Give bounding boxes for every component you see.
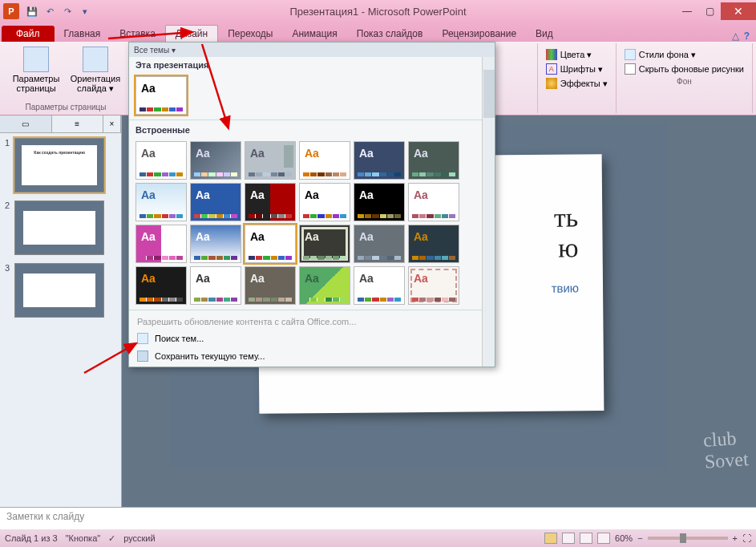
theme-item[interactable]: Aa bbox=[135, 141, 187, 180]
tab-review[interactable]: Рецензирование bbox=[432, 26, 526, 42]
theme-item[interactable]: Aa bbox=[299, 141, 350, 180]
browse-icon bbox=[137, 333, 148, 344]
group-label-background: Фон bbox=[677, 75, 692, 86]
fonts-button[interactable]: AШрифты ▾ bbox=[543, 63, 611, 75]
theme-item[interactable]: Aa bbox=[245, 141, 296, 180]
theme-current[interactable]: Aa bbox=[135, 76, 187, 115]
app-icon: P bbox=[3, 3, 19, 19]
colors-icon bbox=[546, 49, 557, 60]
dropdown-header[interactable]: Все темы ▾ bbox=[129, 43, 495, 57]
theme-item[interactable]: Aa bbox=[190, 183, 241, 221]
effects-icon bbox=[546, 78, 557, 89]
slide-thumb-3[interactable]: 3 bbox=[5, 263, 116, 318]
save-button[interactable]: 💾 bbox=[24, 3, 40, 19]
reading-view-button[interactable] bbox=[580, 533, 592, 544]
theme-item[interactable]: Aa bbox=[299, 225, 350, 263]
browse-themes-item[interactable]: Поиск тем... bbox=[129, 330, 495, 347]
themes-grid: Aa Aa Aa Aa Aa Aa Aa Aa Aa Aa Aa Aa Aa A… bbox=[129, 138, 495, 308]
tab-home[interactable]: Главная bbox=[55, 26, 111, 42]
theme-item[interactable]: Aa bbox=[245, 266, 296, 305]
notes-pane[interactable]: Заметки к слайду bbox=[0, 507, 756, 529]
colors-button[interactable]: Цвета ▾ bbox=[543, 48, 611, 61]
help-icon[interactable]: ? bbox=[744, 30, 750, 42]
tab-slideshow[interactable]: Показ слайдов bbox=[347, 26, 433, 42]
title-bar: P 💾 ↶ ↷ ▾ Презентация1 - Microsoft Power… bbox=[0, 0, 756, 22]
theme-item[interactable]: Aa bbox=[408, 266, 459, 305]
zoom-in-button[interactable]: + bbox=[733, 533, 738, 543]
section-builtin: Встроенные bbox=[129, 122, 495, 138]
section-this-presentation: Эта презентация bbox=[129, 57, 495, 73]
background-styles-button[interactable]: Стили фона ▾ bbox=[621, 48, 747, 61]
tab-transitions[interactable]: Переходы bbox=[218, 26, 282, 42]
zoom-slider[interactable] bbox=[648, 537, 728, 540]
theme-item[interactable]: Aa bbox=[299, 183, 350, 221]
slide-orientation-button[interactable]: Ориентация слайда ▾ bbox=[67, 45, 123, 95]
outline-tab[interactable]: ≡ bbox=[52, 115, 104, 132]
theme-item[interactable]: Aa bbox=[299, 266, 350, 305]
qat-customize-button[interactable]: ▾ bbox=[77, 3, 93, 19]
theme-item[interactable]: Aa bbox=[354, 225, 405, 263]
theme-item[interactable]: Aa bbox=[408, 183, 459, 221]
zoom-level[interactable]: 60% bbox=[615, 533, 633, 543]
ribbon-tabs: Файл Главная Вставка Дизайн Переходы Ани… bbox=[0, 22, 756, 42]
save-theme-item[interactable]: Сохранить текущую тему... bbox=[129, 347, 495, 365]
normal-view-button[interactable] bbox=[544, 533, 557, 544]
checkbox-icon bbox=[625, 63, 636, 75]
undo-button[interactable]: ↶ bbox=[42, 3, 58, 19]
effects-button[interactable]: Эффекты ▾ bbox=[543, 77, 611, 90]
tab-animation[interactable]: Анимация bbox=[282, 26, 346, 42]
theme-item[interactable]: Aa bbox=[408, 141, 459, 180]
maximize-button[interactable]: ▢ bbox=[698, 2, 721, 20]
office-update-item: Разрешить обновление контента с сайта Of… bbox=[129, 314, 495, 330]
slide-thumb-2[interactable]: 2 bbox=[5, 201, 116, 255]
page-setup-button[interactable]: Параметры страницы bbox=[8, 45, 64, 95]
theme-item[interactable]: Aa bbox=[190, 141, 241, 180]
theme-item[interactable]: Aa bbox=[245, 183, 296, 221]
theme-item[interactable]: Aa bbox=[135, 183, 187, 221]
window-controls: — ▢ ✕ bbox=[676, 2, 756, 20]
slides-tab[interactable]: ▭ bbox=[0, 115, 52, 132]
theme-item[interactable]: Aa bbox=[354, 266, 405, 305]
hide-background-checkbox[interactable]: Скрыть фоновые рисунки bbox=[621, 63, 747, 75]
file-tab[interactable]: Файл bbox=[2, 26, 55, 42]
quick-access-toolbar: 💾 ↶ ↷ ▾ bbox=[24, 3, 93, 19]
theme-item[interactable]: Aa bbox=[354, 183, 405, 221]
close-button[interactable]: ✕ bbox=[721, 2, 756, 20]
page-setup-icon bbox=[23, 47, 49, 72]
themes-gallery-dropdown: Все темы ▾ Эта презентация Aa Встроенные… bbox=[128, 42, 495, 367]
sorter-view-button[interactable] bbox=[562, 533, 575, 544]
theme-status: "Кнопка" bbox=[66, 533, 101, 543]
minimize-ribbon-icon[interactable]: △ bbox=[732, 30, 739, 42]
theme-item[interactable]: Aa bbox=[354, 141, 405, 180]
fit-to-window-button[interactable]: ⛶ bbox=[742, 533, 751, 543]
thumbnails: 1 Как создать презентацию 2 3 bbox=[0, 133, 121, 330]
close-panel-button[interactable]: × bbox=[103, 115, 121, 132]
redo-button[interactable]: ↷ bbox=[59, 3, 75, 19]
language-status[interactable]: русский bbox=[123, 533, 155, 543]
theme-item-selected[interactable]: Aa bbox=[245, 225, 296, 263]
theme-item[interactable]: Aa bbox=[408, 225, 459, 263]
zoom-out-button[interactable]: − bbox=[637, 533, 642, 543]
theme-item[interactable]: Aa bbox=[135, 225, 187, 263]
minimize-button[interactable]: — bbox=[676, 2, 698, 20]
theme-item[interactable]: Aa bbox=[190, 225, 241, 263]
tab-design[interactable]: Дизайн bbox=[165, 25, 218, 42]
theme-item[interactable]: Aa bbox=[135, 266, 187, 305]
tab-insert[interactable]: Вставка bbox=[110, 26, 165, 42]
fonts-icon: A bbox=[546, 63, 557, 75]
spellcheck-icon[interactable]: ✓ bbox=[108, 533, 115, 544]
window-title: Презентация1 - Microsoft PowerPoint bbox=[289, 6, 466, 18]
slideshow-view-button[interactable] bbox=[597, 533, 610, 544]
save-theme-icon bbox=[137, 350, 148, 362]
orientation-icon bbox=[83, 47, 108, 72]
bg-styles-icon bbox=[625, 49, 636, 60]
watermark: club Sovet bbox=[703, 427, 750, 473]
slide-thumb-1[interactable]: 1 Как создать презентацию bbox=[5, 138, 116, 192]
group-theme-options: Цвета ▾ AШрифты ▾ Эффекты ▾ bbox=[538, 43, 617, 113]
tab-view[interactable]: Вид bbox=[526, 26, 563, 42]
group-label-page-setup: Параметры страницы bbox=[26, 101, 107, 111]
status-bar: Слайд 1 из 3 "Кнопка" ✓ русский 60% − + … bbox=[0, 529, 756, 547]
slides-panel: ▭ ≡ × 1 Как создать презентацию 2 3 bbox=[0, 115, 122, 507]
dropdown-scrollbar[interactable] bbox=[482, 57, 495, 367]
theme-item[interactable]: Aa bbox=[190, 266, 241, 305]
